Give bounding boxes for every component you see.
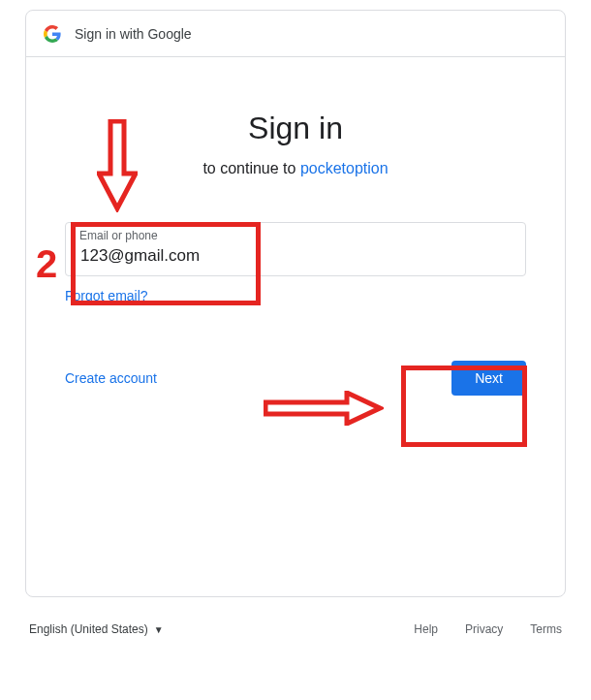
privacy-link[interactable]: Privacy [465, 622, 503, 636]
actions-row: Create account Next [65, 361, 526, 396]
card-header: Sign in with Google [26, 11, 565, 57]
next-button[interactable]: Next [451, 361, 526, 396]
footer-links: Help Privacy Terms [414, 622, 562, 636]
forgot-email-link[interactable]: Forgot email? [65, 288, 148, 303]
app-name-link[interactable]: pocketoption [300, 160, 389, 176]
caret-down-icon: ▼ [154, 624, 164, 635]
help-link[interactable]: Help [414, 622, 438, 636]
google-icon [44, 25, 61, 43]
page-subtitle: to continue to pocketoption [65, 160, 526, 177]
terms-link[interactable]: Terms [530, 622, 562, 636]
header-title: Sign in with Google [75, 26, 192, 42]
page-title: Sign in [65, 111, 526, 146]
language-label: English (United States) [29, 622, 148, 636]
email-field[interactable] [65, 222, 526, 276]
card-body: Sign in to continue to pocketoption Emai… [26, 111, 565, 396]
annotation-step-number: 2 [36, 242, 57, 286]
language-selector[interactable]: English (United States) ▼ [29, 617, 164, 642]
subtitle-prefix: to continue to [202, 160, 300, 176]
sign-in-card: Sign in with Google Sign in to continue … [25, 10, 566, 597]
create-account-link[interactable]: Create account [65, 370, 157, 386]
footer: English (United States) ▼ Help Privacy T… [25, 617, 566, 642]
email-field-wrap: Email or phone [65, 222, 526, 276]
